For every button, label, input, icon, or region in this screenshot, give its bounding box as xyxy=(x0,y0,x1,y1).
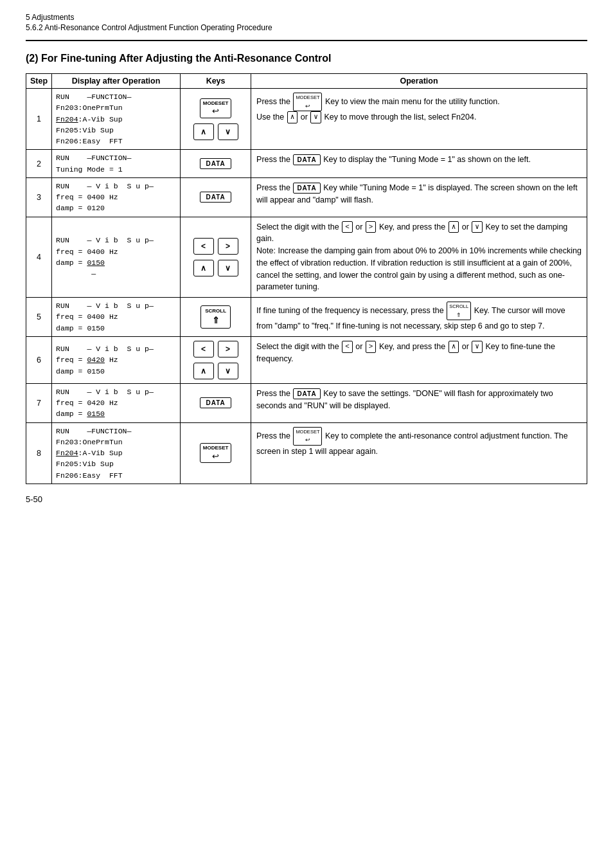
operation-cell: Select the digit with the < or > Key, an… xyxy=(251,217,587,298)
inline-up-key: ∧ xyxy=(449,221,459,233)
inline-left-key: < xyxy=(342,341,353,353)
table-row: 5RUN — V i b S u p—freq = 0400 Hzdamp = … xyxy=(26,298,587,337)
operation-cell: Press the DATA Key while "Tuning Mode = … xyxy=(251,177,587,217)
table-row: 7RUN — V i b S u p—freq = 0420 Hzdamp = … xyxy=(26,383,587,422)
down-arrow-key: ∨ xyxy=(218,363,238,379)
operation-cell: Press the MODESET↩ Key to complete the a… xyxy=(251,422,587,484)
page-title: (2) For Fine-tuning After Adjusting the … xyxy=(26,53,587,64)
inline-right-key: > xyxy=(366,221,377,233)
display-cell: RUN — V i b S u p—freq = 0400 Hzdamp = 0… xyxy=(52,177,181,217)
scroll-key: SCROLL ⇑ xyxy=(200,305,231,329)
table-row: 8RUN —FUNCTION—Fn203:OnePrmTunFn204:A-Vi… xyxy=(26,422,587,484)
keys-cell: < > ∧ ∨ xyxy=(181,336,251,383)
col-header-keys: Keys xyxy=(181,74,251,89)
col-header-display: Display after Operation xyxy=(52,74,181,89)
operation-cell: If fine tuning of the frequency is neces… xyxy=(251,298,587,337)
left-arrow-key: < xyxy=(193,341,214,357)
down-arrow-key: ∨ xyxy=(218,260,238,276)
col-header-step: Step xyxy=(26,74,52,89)
inline-down-key: ∨ xyxy=(472,341,483,353)
col-header-operation: Operation xyxy=(251,74,587,89)
inline-data-key: DATA xyxy=(293,183,320,194)
data-key: DATA xyxy=(200,192,231,203)
data-key: DATA xyxy=(200,158,231,169)
operation-cell: Press the MODESET↩ Key to view the main … xyxy=(251,89,587,150)
table-row: 1RUN —FUNCTION—Fn203:OnePrmTunFn204:A-Vi… xyxy=(26,89,587,150)
step-cell: 5 xyxy=(26,298,52,337)
keys-cell: DATA xyxy=(181,383,251,422)
table-row: 6RUN — V i b S u p—freq = 0420 Hzdamp = … xyxy=(26,336,587,383)
display-cell: RUN — V i b S u p—freq = 0420 Hzdamp = 0… xyxy=(52,383,181,422)
data-key: DATA xyxy=(200,397,231,408)
down-arrow-key: ∨ xyxy=(218,123,238,140)
modeset-key: MODESET ↩ xyxy=(200,98,232,118)
inline-modeset-key: MODESET↩ xyxy=(293,93,322,111)
up-arrow-key: ∧ xyxy=(193,260,214,276)
right-arrow-key: > xyxy=(218,341,238,357)
modeset-key: MODESET ↩ xyxy=(200,443,232,463)
up-arrow-key: ∧ xyxy=(193,363,214,379)
keys-cell: SCROLL ⇑ xyxy=(181,298,251,337)
inline-scroll-key: SCROLL⇑ xyxy=(447,302,471,320)
breadcrumb-sub: 5.6.2 Anti-Resonance Control Adjustment … xyxy=(26,23,587,32)
step-cell: 8 xyxy=(26,422,52,484)
inline-left-key: < xyxy=(342,221,353,233)
inline-modeset-key: MODESET↩ xyxy=(293,427,322,446)
step-cell: 1 xyxy=(26,89,52,150)
display-cell: RUN — V i b S u p—freq = 0420 Hzdamp = 0… xyxy=(52,336,181,383)
display-cell: RUN — V i b S u p—freq = 0400 Hzdamp = 0… xyxy=(52,217,181,298)
table-row: 3RUN — V i b S u p—freq = 0400 Hzdamp = … xyxy=(26,177,587,217)
page-number: 5-50 xyxy=(26,494,587,504)
up-arrow-key: ∧ xyxy=(193,123,214,140)
step-cell: 6 xyxy=(26,336,52,383)
step-cell: 7 xyxy=(26,383,52,422)
operation-cell: Press the DATA Key to display the "Tunin… xyxy=(251,150,587,178)
inline-up-key: ∧ xyxy=(449,341,459,353)
inline-down-key: ∨ xyxy=(472,221,483,233)
display-cell: RUN —FUNCTION—Fn203:OnePrmTunFn204:A-Vib… xyxy=(52,89,181,150)
operation-cell: Press the DATA Key to save the settings.… xyxy=(251,383,587,422)
keys-cell: DATA xyxy=(181,177,251,217)
display-cell: RUN — V i b S u p—freq = 0400 Hzdamp = 0… xyxy=(52,298,181,337)
inline-data-key: DATA xyxy=(293,388,320,399)
breadcrumb-top: 5 Adjustments xyxy=(26,13,587,22)
step-cell: 3 xyxy=(26,177,52,217)
operation-cell: Select the digit with the < or > Key, an… xyxy=(251,336,587,383)
inline-up-key: ∧ xyxy=(287,111,298,123)
keys-cell: MODESET ↩ xyxy=(181,422,251,484)
table-row: 2RUN —FUNCTION—Tuning Mode = 1 DATA Pres… xyxy=(26,150,587,178)
display-cell: RUN —FUNCTION—Tuning Mode = 1 xyxy=(52,150,181,178)
keys-cell: < > ∧ ∨ xyxy=(181,217,251,298)
inline-down-key: ∨ xyxy=(310,111,321,123)
step-cell: 4 xyxy=(26,217,52,298)
display-cell: RUN —FUNCTION—Fn203:OnePrmTunFn204:A-Vib… xyxy=(52,422,181,484)
inline-right-key: > xyxy=(366,341,377,353)
step-cell: 2 xyxy=(26,150,52,178)
procedure-table: Step Display after Operation Keys Operat… xyxy=(26,73,587,484)
left-arrow-key: < xyxy=(193,238,214,255)
inline-data-key: DATA xyxy=(293,154,320,165)
table-row: 4RUN — V i b S u p—freq = 0400 Hzdamp = … xyxy=(26,217,587,298)
right-arrow-key: > xyxy=(218,238,238,255)
keys-cell: DATA xyxy=(181,150,251,178)
keys-cell: MODESET ↩ ∧ ∨ xyxy=(181,89,251,150)
